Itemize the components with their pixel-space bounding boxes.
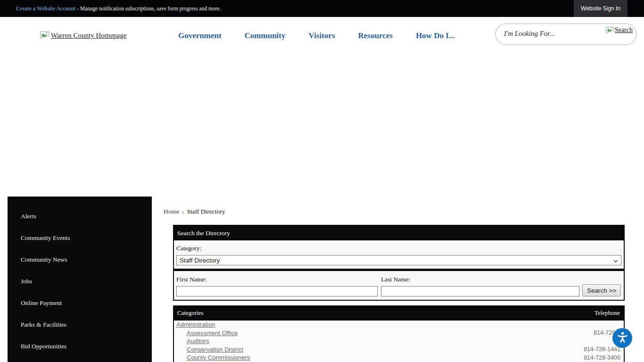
sidebar-item-online-payment[interactable]: Online Payment (21, 299, 152, 309)
breadcrumb-home-link[interactable]: Home (164, 208, 179, 215)
nav-visitors[interactable]: Visitors (309, 31, 335, 41)
table-row: Auditors (174, 337, 624, 346)
nav-community[interactable]: Community (245, 31, 286, 41)
sidebar-item-parks-facilities[interactable]: Parks & Facilities (21, 321, 152, 330)
site-header: Warren County Homepage Government Commun… (0, 17, 644, 55)
left-sidebar: Alerts Community Events Community News J… (8, 197, 152, 362)
breadcrumb-separator: › (182, 208, 184, 215)
nav-resources[interactable]: Resources (358, 31, 393, 41)
sidebar-item-bid-opportunities[interactable]: Bid Opportunities (21, 343, 152, 352)
first-name-input[interactable] (176, 286, 378, 296)
category-label: Category: (176, 245, 621, 252)
telephone-column-header: Telephone (594, 309, 620, 317)
last-name-label: Last Name: (381, 276, 579, 283)
website-sign-in-button[interactable]: Website Sign In (574, 0, 627, 17)
telephone-value: 814-726-1441 (584, 346, 620, 353)
homepage-logo-link[interactable]: Warren County Homepage (40, 17, 126, 54)
site-search-input[interactable] (504, 30, 591, 38)
accessibility-icon (616, 331, 629, 346)
category-link-administration[interactable]: Administration (176, 321, 215, 328)
broken-image-icon (606, 26, 614, 35)
category-link-county-commissioners[interactable]: County Commissioners (187, 354, 250, 361)
table-row: County Commissioners 814-728-3400 (174, 354, 624, 362)
nav-how-do-i[interactable]: How Do I... (416, 31, 455, 41)
table-row: Assessment Office 814-728-3 (174, 329, 624, 337)
search-directory-panel: Search the Directory Category: Staff Dir… (173, 225, 625, 301)
sidebar-item-community-news[interactable]: Community News (21, 256, 152, 265)
category-select[interactable]: Staff Directory (176, 255, 621, 265)
category-link-auditors[interactable]: Auditors (187, 337, 209, 345)
category-section: Category: Staff Directory (174, 240, 624, 269)
table-row: Conservation District 814-726-1441 (174, 346, 624, 354)
sidebar-item-jobs[interactable]: Jobs (21, 278, 152, 287)
breadcrumb: Home›Staff Directory (164, 208, 225, 215)
last-name-field-group: Last Name: (381, 276, 579, 296)
search-link-label: Search (615, 26, 633, 34)
sidebar-item-alerts[interactable]: Alerts (21, 213, 152, 222)
directory-table-header: Categories Telephone (174, 305, 624, 321)
logo-alt-text: Warren County Homepage (51, 32, 126, 40)
last-name-input[interactable] (381, 286, 579, 296)
site-search-box: Search (495, 23, 637, 45)
sidebar-item-community-events[interactable]: Community Events (21, 234, 152, 244)
breadcrumb-current: Staff Directory (187, 208, 225, 215)
categories-column-header: Categories (177, 309, 204, 317)
accessibility-widget-button[interactable] (612, 328, 632, 348)
panel-title: Search the Directory (174, 226, 624, 240)
chevron-down-icon (613, 257, 618, 264)
nav-government[interactable]: Government (178, 31, 222, 41)
top-bar: Create a Website Account - Manage notifi… (0, 0, 644, 17)
table-row: Administration (174, 321, 624, 329)
first-name-label: First Name: (176, 276, 378, 283)
category-link-conservation-district[interactable]: Conservation District (187, 346, 243, 353)
name-search-section: First Name: Last Name: Search >> (174, 271, 624, 300)
account-tagline-text: - Manage notification subscriptions, sav… (77, 6, 221, 11)
category-selected-value: Staff Directory (180, 257, 220, 264)
create-account-link[interactable]: Create a Website Account (16, 6, 75, 11)
main-navigation: Government Community Visitors Resources … (178, 17, 455, 54)
first-name-field-group: First Name: (176, 276, 378, 296)
site-search-submit[interactable]: Search (606, 26, 633, 35)
telephone-value: 814-728-3400 (584, 354, 620, 361)
account-line: Create a Website Account - Manage notifi… (16, 0, 221, 17)
category-link-assessment-office[interactable]: Assessment Office (187, 329, 238, 337)
directory-table: Categories Telephone Administration Asse… (173, 305, 625, 362)
directory-search-button[interactable]: Search >> (582, 284, 621, 296)
broken-image-icon (40, 31, 50, 41)
